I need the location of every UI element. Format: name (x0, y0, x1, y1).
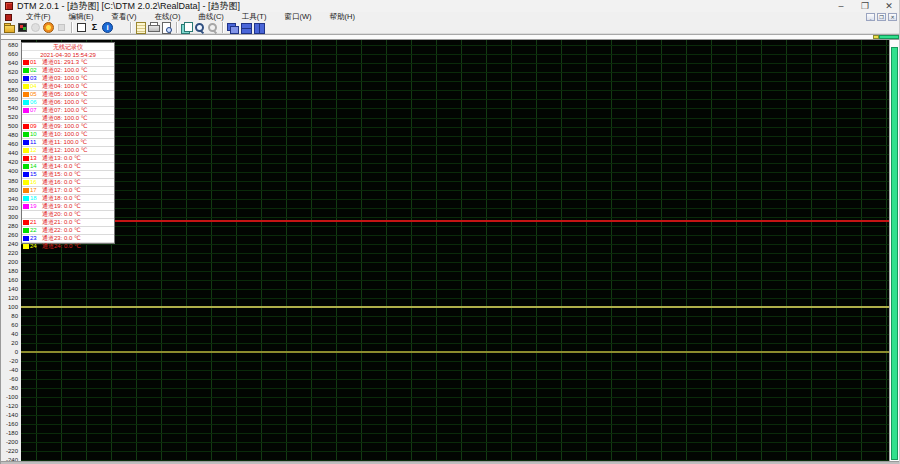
legend-channel-row[interactable]: 17通道17: 0.0 ℃ (22, 187, 114, 195)
legend-channel-row[interactable]: 15通道15: 0.0 ℃ (22, 171, 114, 179)
close-button[interactable]: ✕ (877, 0, 900, 12)
horizontal-scrollbar-thumb[interactable] (879, 35, 899, 39)
channel-number: 17 (29, 187, 39, 194)
channel-value-text: 通道19: 0.0 ℃ (39, 203, 114, 210)
trend-plot-area[interactable]: 无线记录仪 2021-04-30 15:54:29 01通道01: 291.3 … (21, 40, 889, 461)
channel-value-text: 通道14: 0.0 ℃ (39, 163, 114, 170)
legend-channel-row[interactable]: 16通道16: 0.0 ℃ (22, 179, 114, 187)
y-axis-tick-label: -120 (1, 403, 18, 409)
sum-icon[interactable]: Σ (89, 22, 100, 33)
legend-channel-row[interactable]: 04通道04: 100.0 ℃ (22, 83, 114, 91)
info-icon[interactable]: i (102, 22, 113, 33)
menu-item[interactable]: 编辑(E) (60, 12, 103, 22)
legend-channel-row[interactable]: 21通道21: 0.0 ℃ (22, 219, 114, 227)
legend-channel-row[interactable]: 09通道09: 100.0 ℃ (22, 123, 114, 131)
channel-value-text: 通道16: 0.0 ℃ (39, 179, 114, 186)
pie-chart-icon[interactable] (115, 22, 126, 33)
legend-channel-row[interactable]: 06通道06: 100.0 ℃ (22, 99, 114, 107)
legend-channel-row[interactable]: 18通道18: 0.0 ℃ (22, 195, 114, 203)
menu-item[interactable]: 窗口(W) (275, 12, 320, 22)
minimize-button[interactable]: – (829, 0, 853, 12)
gridline-vertical (161, 40, 162, 461)
gridline-vertical (761, 40, 762, 461)
gridline-horizontal (21, 433, 889, 434)
mdi-minimize-button[interactable]: ˍ (866, 13, 875, 21)
gridline-horizontal (21, 108, 889, 109)
toolbar-separator (222, 22, 223, 33)
menu-item[interactable]: 曲线(C) (189, 12, 232, 22)
gridline-vertical (886, 40, 887, 461)
gridline-horizontal (21, 145, 889, 146)
y-axis-tick-label: -220 (1, 448, 18, 454)
open-icon[interactable] (4, 22, 15, 33)
print-icon[interactable] (148, 22, 159, 33)
gridline-horizontal (21, 90, 889, 91)
legend-channel-row[interactable]: 14通道14: 0.0 ℃ (22, 163, 114, 171)
gridline-horizontal (21, 361, 889, 362)
legend-channel-row[interactable]: 01通道01: 291.3 ℃ (22, 59, 114, 67)
legend-channel-row[interactable]: 13通道13: 0.0 ℃ (22, 155, 114, 163)
y-axis-tick-label: 580 (1, 87, 18, 93)
gridline-horizontal (21, 235, 889, 236)
y-axis-tick-label: -60 (1, 376, 18, 382)
print-preview-icon[interactable] (161, 22, 172, 33)
window-cascade-icon[interactable] (227, 22, 238, 33)
channel-number: 09 (29, 123, 39, 130)
gridline-horizontal (21, 181, 889, 182)
maximize-button[interactable]: ❐ (853, 0, 877, 12)
mdi-close-button[interactable]: ✕ (888, 13, 897, 21)
gridline-horizontal (21, 406, 889, 407)
channel-value-text: 通道23: 0.0 ℃ (39, 235, 114, 242)
mdi-restore-button[interactable]: ❐ (877, 13, 886, 21)
window-tile-vertical-icon[interactable] (253, 22, 264, 33)
legend-channel-row[interactable]: 10通道10: 100.0 ℃ (22, 131, 114, 139)
channel-number: 21 (29, 219, 39, 226)
y-axis-tick-label: 100 (1, 304, 18, 310)
legend-channel-row[interactable]: 08通道08: 100.0 ℃ (22, 115, 114, 123)
legend-channel-row[interactable]: 23通道23: 0.0 ℃ (22, 235, 114, 243)
gridline-horizontal (21, 118, 889, 119)
y-axis-tick-label: 640 (1, 60, 18, 66)
channel-number: 02 (29, 67, 39, 74)
legend-channel-row[interactable]: 22通道22: 0.0 ℃ (22, 227, 114, 235)
legend-channel-row[interactable]: 20通道20: 0.0 ℃ (22, 211, 114, 219)
gridline-vertical (236, 40, 237, 461)
legend-channel-row[interactable]: 02通道02: 100.0 ℃ (22, 67, 114, 75)
channel-value-text: 通道06: 100.0 ℃ (39, 99, 114, 106)
channel-number: 01 (29, 59, 39, 66)
gridline-vertical (611, 40, 612, 461)
menu-item[interactable]: 工具(T) (233, 12, 276, 22)
gridline-horizontal (21, 343, 889, 344)
gridline-vertical (461, 40, 462, 461)
menu-item[interactable]: 在线(O) (146, 12, 190, 22)
legend-channel-row[interactable]: 05通道05: 100.0 ℃ (22, 91, 114, 99)
channel-value-text: 通道05: 100.0 ℃ (39, 91, 114, 98)
vertical-scrollbar-thumb[interactable] (891, 47, 898, 460)
gridline-vertical (511, 40, 512, 461)
zoom-icon[interactable] (194, 22, 205, 33)
legend-channel-row[interactable]: 12通道12: 100.0 ℃ (22, 147, 114, 155)
menu-item[interactable]: 文件(F) (17, 12, 60, 22)
legend-channel-row[interactable]: 07通道07: 100.0 ℃ (22, 107, 114, 115)
region-select-icon[interactable] (76, 22, 87, 33)
menu-item[interactable]: 帮助(H) (321, 12, 364, 22)
gridline-horizontal (21, 316, 889, 317)
notes-icon[interactable] (135, 22, 146, 33)
menu-item[interactable]: 查看(V) (103, 12, 146, 22)
copy-icon[interactable] (181, 22, 192, 33)
record-icon[interactable] (43, 22, 54, 33)
gridline-horizontal (21, 424, 889, 425)
legend-channel-row[interactable]: 03通道03: 100.0 ℃ (22, 75, 114, 83)
gridline-vertical (736, 40, 737, 461)
gridline-horizontal (21, 208, 889, 209)
gridline-horizontal (21, 298, 889, 299)
window-tile-horizontal-icon[interactable] (240, 22, 251, 33)
legend-channel-row[interactable]: 11通道11: 100.0 ℃ (22, 139, 114, 147)
zoom-out-icon (207, 22, 218, 33)
vertical-scrollbar[interactable] (889, 40, 899, 461)
data-grid-icon[interactable] (17, 22, 28, 33)
legend-channel-row[interactable]: 19通道19: 0.0 ℃ (22, 203, 114, 211)
legend-channel-row[interactable]: 24通道24: 0.0 ℃ (22, 243, 114, 250)
channel-number: 11 (29, 139, 39, 146)
y-axis-tick-label: 40 (1, 331, 18, 337)
